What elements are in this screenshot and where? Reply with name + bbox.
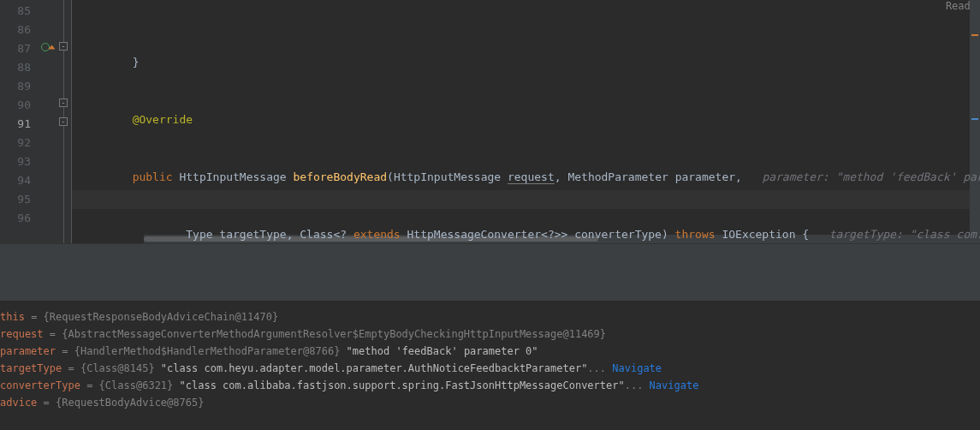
editor-area: 85 86 87 88 89 90 91 92 93 94 95 96 - - …	[0, 0, 980, 243]
override-arrow-icon	[49, 45, 56, 50]
fold-toggle-icon[interactable]: -	[59, 42, 68, 51]
fold-toggle-icon[interactable]: -	[59, 99, 68, 107]
inline-hint: targetType: "class com.he	[809, 228, 980, 241]
gutter-icons[interactable]	[38, 0, 58, 243]
debug-var-row[interactable]: parameter = {HandlerMethod$HandlerMethod…	[0, 343, 980, 360]
navigate-link[interactable]: Navigate	[612, 362, 662, 374]
line-number-gutter[interactable]: 85 86 87 88 89 90 91 92 93 94 95 96	[0, 0, 38, 243]
stripe-mark-icon[interactable]	[971, 34, 978, 36]
fold-toggle-icon[interactable]: -	[59, 117, 68, 126]
code-line: }	[72, 53, 980, 72]
error-stripe[interactable]	[970, 0, 980, 243]
inline-hint: parameter: "method 'feedBack' param	[749, 170, 980, 183]
debug-variables-panel[interactable]: this = {RequestResponseBodyAdviceChain@1…	[0, 302, 980, 430]
tool-window-bar[interactable]	[0, 243, 980, 302]
debug-var-row[interactable]: advice = {RequestBodyAdvice@8765}	[0, 394, 980, 411]
code-content[interactable]: } @Override public HttpInputMessage befo…	[72, 0, 980, 243]
navigate-link[interactable]: Navigate	[650, 379, 699, 391]
stripe-mark-icon[interactable]	[971, 118, 978, 120]
fold-gutter[interactable]: - - -	[58, 0, 72, 243]
code-line: Type targetType, Class<? extends HttpMes…	[72, 225, 980, 243]
debug-var-row[interactable]: request = {AbstractMessageConverterMetho…	[0, 325, 980, 343]
code-line: public HttpInputMessage beforeBodyRead(H…	[72, 168, 980, 187]
debug-var-row[interactable]: converterType = {Class@6321} "class com.…	[0, 377, 980, 394]
debug-var-row[interactable]: targetType = {Class@8145} "class com.hey…	[0, 360, 980, 377]
debug-var-row[interactable]: this = {RequestResponseBodyAdviceChain@1…	[0, 308, 980, 325]
code-line: @Override	[72, 110, 980, 129]
